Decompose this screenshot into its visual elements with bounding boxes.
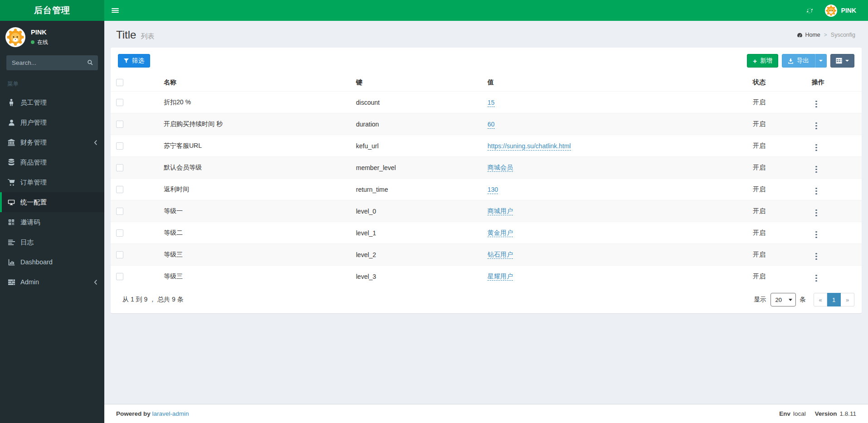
app-logo[interactable]: 后台管理 (0, 0, 104, 21)
ellipsis-v-icon[interactable] (812, 143, 821, 152)
export-dropdown-toggle[interactable] (815, 54, 827, 68)
editable-value-link[interactable]: 钻石用户 (488, 251, 513, 259)
pagination-page-1-button[interactable]: 1 (827, 293, 841, 306)
row-checkbox[interactable] (116, 208, 123, 215)
cell-name: 等级三 (160, 266, 352, 287)
cell-key: return_time (352, 179, 484, 200)
user-avatar (5, 27, 25, 47)
pagination: « 1 » (814, 293, 854, 306)
cell-status: 开启 (749, 113, 808, 135)
sysconfig-table: 名称 键 值 状态 操作 折扣20 % discount 15 开启 开启购买持… (111, 74, 862, 287)
sidebar-toggle-button[interactable] (104, 0, 126, 21)
row-checkbox[interactable] (116, 121, 123, 128)
cell-name: 开启购买持续时间 秒 (160, 113, 352, 135)
row-checkbox[interactable] (116, 273, 123, 280)
cell-key: level_0 (352, 200, 484, 222)
search-input[interactable] (6, 55, 98, 70)
caret-down-icon (819, 60, 823, 62)
sidebar-item-users[interactable]: 用户管理 (0, 112, 104, 132)
sidebar-item-admin[interactable]: Admin (0, 272, 104, 292)
sidebar-item-finance[interactable]: 财务管理 (0, 132, 104, 152)
editable-value-link[interactable]: 15 (488, 99, 495, 107)
male-icon (7, 99, 15, 106)
table-row: 等级三 level_2 钻石用户 开启 (111, 244, 862, 266)
menu-section-label: 菜单 (0, 73, 104, 92)
breadcrumb-home-link[interactable]: Home (797, 32, 820, 38)
cell-status: 开启 (749, 244, 808, 266)
refresh-button[interactable] (799, 0, 820, 21)
cell-key: duration (352, 113, 484, 135)
qrcode-icon (7, 219, 15, 225)
bar-chart-icon (7, 259, 15, 266)
sidebar-user-panel: PINK 在线 (0, 21, 104, 52)
select-all-checkbox[interactable] (116, 79, 123, 86)
page-footer: Powered by laravel-admin Envlocal Versio… (104, 404, 868, 423)
ellipsis-v-icon[interactable] (812, 209, 821, 218)
table-row: 折扣20 % discount 15 开启 (111, 92, 862, 113)
table-row: 等级二 level_1 黄金用户 开启 (111, 222, 862, 244)
editable-value-link[interactable]: 星耀用户 (488, 272, 513, 281)
sidebar-item-goods[interactable]: 商品管理 (0, 152, 104, 172)
sidebar-item-invite-code[interactable]: 邀请码 (0, 212, 104, 232)
table-row: 开启购买持续时间 秒 duration 60 开启 (111, 113, 862, 135)
breadcrumb-separator: > (824, 32, 827, 38)
navbar-username: PINK (841, 7, 856, 14)
editable-value-link[interactable]: 商城会员 (488, 164, 513, 172)
user-status-label: 在线 (37, 39, 48, 46)
cell-key: discount (352, 92, 484, 113)
sidebar-item-logs[interactable]: 日志 (0, 232, 104, 252)
sidebar-item-dashboard[interactable]: Dashboard (0, 252, 104, 272)
cell-status: 开启 (749, 200, 808, 222)
column-header-value: 值 (484, 74, 749, 92)
ellipsis-v-icon[interactable] (812, 122, 821, 131)
editable-value-link[interactable]: https://suning.su/chatlink.html (488, 142, 571, 151)
laravel-admin-link[interactable]: laravel-admin (152, 410, 189, 417)
ellipsis-v-icon[interactable] (812, 165, 821, 174)
editable-value-link[interactable]: 130 (488, 186, 498, 194)
powered-by: Powered by laravel-admin (116, 410, 189, 417)
ellipsis-v-icon[interactable] (812, 274, 821, 283)
export-button[interactable]: 导出 (782, 54, 815, 68)
ellipsis-v-icon[interactable] (812, 187, 821, 196)
row-checkbox[interactable] (116, 229, 123, 237)
column-header-actions: 操作 (808, 74, 862, 92)
per-page-select[interactable]: 20 (770, 293, 796, 306)
row-checkbox[interactable] (116, 164, 123, 171)
pagination-prev-button[interactable]: « (814, 293, 827, 306)
row-checkbox[interactable] (116, 251, 123, 258)
table-row: 苏宁客服URL kefu_url https://suning.su/chatl… (111, 135, 862, 157)
rows-summary: 从 1 到 9 ， 总共 9 条 (118, 296, 184, 304)
page-title: Title (116, 29, 136, 41)
cell-name: 等级一 (160, 200, 352, 222)
column-selector-button[interactable] (830, 54, 854, 68)
search-icon[interactable] (87, 59, 93, 66)
ellipsis-v-icon[interactable] (812, 230, 821, 239)
add-button[interactable]: + 新增 (747, 54, 778, 68)
column-header-status: 状态 (749, 74, 808, 92)
cell-name: 等级三 (160, 244, 352, 266)
row-checkbox[interactable] (116, 142, 123, 150)
cell-name: 等级二 (160, 222, 352, 244)
online-dot-icon (31, 40, 34, 44)
row-checkbox[interactable] (116, 99, 123, 106)
cell-key: member_level (352, 157, 484, 179)
sidebar-item-employees[interactable]: 员工管理 (0, 92, 104, 112)
table-header-row: 名称 键 值 状态 操作 (111, 74, 862, 92)
hamburger-icon (112, 7, 119, 14)
ellipsis-v-icon[interactable] (812, 252, 821, 261)
sidebar-item-orders[interactable]: 订单管理 (0, 172, 104, 192)
table-row: 返利时间 return_time 130 开启 (111, 179, 862, 200)
sidebar-item-sysconfig[interactable]: 统一配置 (0, 192, 104, 212)
editable-value-link[interactable]: 商城用户 (488, 207, 513, 215)
filter-button[interactable]: 筛选 (118, 54, 150, 68)
row-checkbox[interactable] (116, 186, 123, 193)
cell-name: 折扣20 % (160, 92, 352, 113)
editable-value-link[interactable]: 黄金用户 (488, 229, 513, 237)
env-version: Envlocal Version1.8.11 (779, 410, 856, 417)
user-menu[interactable]: PINK (820, 0, 868, 21)
pagination-next-button[interactable]: » (841, 293, 854, 306)
ellipsis-v-icon[interactable] (812, 100, 821, 109)
editable-value-link[interactable]: 60 (488, 121, 495, 129)
download-icon (788, 58, 794, 64)
breadcrumb-current: Sysconfig (831, 32, 855, 38)
